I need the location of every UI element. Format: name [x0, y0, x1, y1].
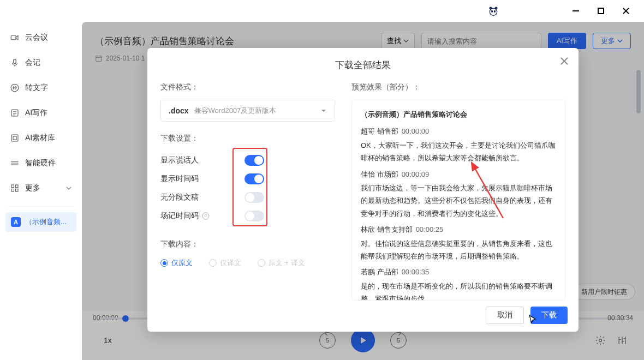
setting-label: 场记时间码: [160, 211, 199, 221]
svg-rect-15: [16, 185, 19, 188]
toggle-no-segment[interactable]: [245, 192, 264, 203]
hardware-icon: [10, 158, 20, 168]
setting-show-timecode: 显示时间码: [160, 170, 341, 188]
setting-label: 显示时间码: [160, 174, 199, 184]
sidebar-separator: [8, 206, 74, 207]
grid-icon: [10, 183, 20, 193]
sidebar-item-label: 云会议: [25, 33, 48, 43]
chevron-down-icon: [65, 185, 72, 191]
transcribe-icon: [10, 83, 20, 93]
svg-point-2: [495, 7, 498, 10]
radio-label: 仅译文: [220, 258, 241, 268]
settings-label: 下载设置：: [160, 134, 341, 143]
svg-rect-6: [598, 8, 604, 14]
download-modal: 下载全部结果 文件格式： .docx 兼容Word2007及更新版本 下载设置：…: [147, 48, 579, 332]
radio-icon: [258, 259, 265, 267]
modal-close-button[interactable]: [559, 56, 570, 69]
sidebar-item-transcribe[interactable]: 转文字: [4, 75, 77, 100]
preview-label: 预览效果（部分）：: [351, 82, 565, 92]
format-extension: .docx: [169, 106, 189, 115]
cursor-icon: [527, 314, 538, 327]
preview-text: 是的，现在市场是不断变化的，所以我们的销售策略要不断调整，紧跟市场的步伐。: [361, 280, 556, 301]
radio-label: 仅原文: [171, 258, 193, 268]
sidebar-item-meeting-notes[interactable]: 会记: [4, 50, 77, 75]
svg-point-1: [490, 7, 492, 10]
dropdown-caret-icon: [320, 107, 327, 114]
close-button[interactable]: [621, 6, 631, 16]
sidebar-active-doc[interactable]: A （示例音频...: [5, 212, 76, 232]
toggle-scene-timecode[interactable]: [245, 211, 264, 221]
preview-entry: 林欣 销售支持部00:00:25: [361, 223, 556, 236]
svg-rect-17: [16, 189, 19, 192]
toggle-show-speaker[interactable]: [245, 155, 264, 166]
sidebar-item-label: 会记: [25, 58, 40, 68]
sidebar-item-label: 更多: [25, 183, 40, 193]
preview-text: 对。佳怡说的这些信息确实挺重要的，从销售角度来看，这也能帮我们理解现在的市场环境…: [361, 237, 556, 263]
radio-translation-only[interactable]: 仅译文: [209, 258, 241, 268]
preview-entry: 佳怡 市场部00:00:09: [361, 168, 556, 181]
sidebar-item-label: AI素材库: [25, 133, 55, 143]
radio-original-and-translation[interactable]: 原文 + 译文: [258, 258, 305, 268]
library-icon: [10, 133, 20, 143]
radio-original-only[interactable]: 仅原文: [160, 258, 193, 268]
format-select[interactable]: .docx 兼容Word2007及更新版本: [160, 100, 335, 122]
radio-icon: [209, 259, 217, 267]
preview-title: （示例音频）产品销售策略讨论会: [361, 108, 556, 121]
preview-entry: 若鹏 产品部00:00:35: [361, 266, 556, 278]
titlebar: [0, 0, 644, 22]
setting-scene-timecode: 场记时间码: [160, 207, 341, 225]
setting-label: 无分段文稿: [160, 193, 199, 202]
write-icon: [10, 108, 20, 118]
svg-rect-13: [11, 135, 18, 141]
radio-icon: [160, 259, 168, 267]
app-logo: [488, 5, 499, 16]
setting-label: 显示说话人: [160, 155, 199, 165]
setting-show-speaker: 显示说话人: [160, 151, 341, 170]
sidebar-item-label: AI写作: [25, 108, 47, 118]
setting-no-segment: 无分段文稿: [160, 188, 341, 207]
toggle-show-timecode[interactable]: [245, 173, 264, 184]
preview-text: 我们市场这边，等一下由我会给大家，先展示猫爪咖啡杯市场的最新动态和趋势。这些分析…: [361, 182, 556, 220]
preview-box: （示例音频）产品销售策略讨论会 超哥 销售部00:00:00 OK，大家听一下，…: [351, 100, 565, 301]
minimize-button[interactable]: [571, 6, 581, 16]
preview-text: OK，大家听一下，我们这次开会，主要是讨论我们公司猫爪咖啡杯的销售策略，所以希望…: [361, 139, 556, 165]
sidebar-item-cloud-meeting[interactable]: 云会议: [4, 25, 77, 50]
svg-point-3: [491, 10, 493, 13]
doc-badge: A: [11, 217, 21, 227]
help-icon[interactable]: [202, 212, 210, 220]
sidebar-item-label: 转文字: [25, 83, 48, 93]
modal-title: 下载全部结果: [147, 59, 579, 71]
format-description: 兼容Word2007及更新版本: [194, 106, 320, 116]
content-label: 下载内容：: [160, 239, 341, 249]
svg-rect-10: [14, 59, 16, 63]
sidebar-item-library[interactable]: AI素材库: [4, 125, 77, 151]
sidebar-item-label: 智能硬件: [25, 158, 56, 168]
maximize-button[interactable]: [596, 6, 606, 16]
sidebar-active-label: （示例音频...: [25, 217, 67, 227]
sidebar: 云会议 会记 转文字 AI写作 AI素材库 智能硬件 更多 A （示例音频...: [0, 22, 82, 360]
svg-rect-14: [11, 185, 14, 188]
sidebar-item-hardware[interactable]: 智能硬件: [4, 151, 77, 176]
sidebar-item-ai-write[interactable]: AI写作: [4, 100, 77, 125]
svg-rect-16: [11, 189, 14, 192]
preview-entry: 超哥 销售部00:00:00: [361, 125, 556, 137]
mic-icon: [10, 58, 20, 68]
format-label: 文件格式：: [160, 82, 341, 92]
video-icon: [10, 33, 20, 43]
svg-rect-9: [11, 35, 16, 40]
sidebar-item-more[interactable]: 更多: [4, 176, 77, 201]
cancel-button[interactable]: 取消: [486, 307, 524, 324]
radio-label: 原文 + 译文: [269, 258, 305, 268]
svg-point-4: [494, 10, 496, 13]
